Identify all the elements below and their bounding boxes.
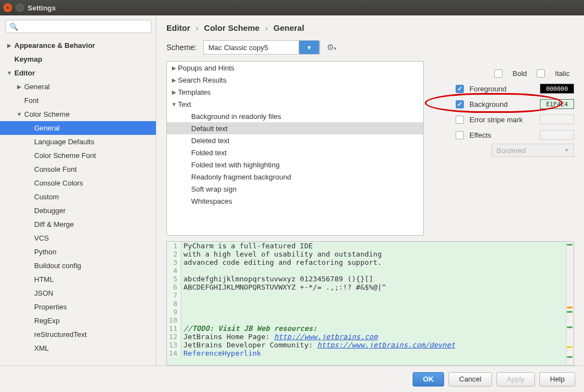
sidebar-item[interactable]: XML — [0, 341, 156, 355]
chevron-down-icon[interactable]: ▼ — [15, 111, 23, 117]
sidebar-item[interactable]: Buildout config — [0, 259, 156, 273]
sidebar-item[interactable]: ▶Appearance & Behavior — [0, 39, 156, 52]
category-item-label: Templates — [178, 88, 210, 96]
italic-checkbox[interactable] — [537, 69, 545, 78]
sidebar-item[interactable]: Color Scheme Font — [0, 149, 156, 162]
effects-color-swatch[interactable] — [540, 130, 574, 140]
sidebar-item[interactable]: Language Defaults — [0, 135, 156, 149]
category-item[interactable]: ▶Search Results — [167, 74, 423, 86]
ok-button[interactable]: OK — [413, 372, 445, 386]
foreground-color-swatch[interactable]: 000000 — [540, 84, 574, 94]
code-text — [181, 308, 188, 316]
background-checkbox[interactable]: ✓ — [456, 100, 464, 108]
sidebar-item[interactable]: JSON — [0, 286, 156, 300]
sidebar-item[interactable]: Custom — [0, 190, 156, 204]
category-item[interactable]: Deleted text — [167, 134, 423, 146]
line-number: 2 — [167, 250, 181, 258]
background-color-swatch[interactable]: E1F4E4 — [540, 99, 574, 109]
code-line: 13JetBrains Developer Community: https:/… — [167, 341, 574, 349]
chevron-right-icon[interactable]: ▶ — [15, 84, 23, 90]
breadcrumb-part[interactable]: Editor — [166, 23, 190, 32]
errorstripe-checkbox[interactable] — [456, 116, 464, 124]
category-item-label: Background in readonly files — [191, 112, 281, 121]
category-item[interactable]: ▶Templates — [167, 86, 423, 98]
code-line: 12JetBrains Home Page: http://www.jetbra… — [167, 333, 574, 341]
code-line: 4 — [167, 266, 574, 275]
bold-checkbox[interactable] — [494, 69, 502, 78]
code-text: ABCDEFGHIJKLMNOPQRSTUVWXYZ +-*/= .,;:!? … — [181, 283, 386, 291]
category-item[interactable]: Folded text — [167, 146, 423, 159]
code-text: abcdefghijklmnopqrstuvwxyz 0123456789 ()… — [181, 275, 373, 283]
line-number: 11 — [167, 324, 181, 333]
chevron-down-icon[interactable]: ▼ — [6, 70, 13, 76]
category-item-label: Readonly fragment background — [191, 173, 291, 181]
sidebar-item[interactable]: ▼Editor — [0, 66, 156, 80]
category-item[interactable]: ▶Popups and Hints — [167, 62, 423, 74]
help-button[interactable]: Help — [539, 372, 575, 386]
code-line: 3advanced code editing and refactoring s… — [167, 258, 574, 266]
sidebar-item[interactable]: reStructuredText — [0, 328, 156, 341]
sidebar-item[interactable]: Keymap — [0, 52, 156, 66]
breadcrumb-part[interactable]: Color Scheme — [204, 23, 259, 32]
gear-icon[interactable]: ⚙▾ — [327, 42, 337, 52]
code-line: 6ABCDEFGHIJKLMNOPQRSTUVWXYZ +-*/= .,;:!?… — [167, 283, 574, 291]
sidebar-item[interactable]: Debugger — [0, 204, 156, 217]
category-item[interactable]: Whitespaces — [167, 195, 423, 207]
sidebar-item[interactable]: Font — [0, 94, 156, 107]
chevron-right-icon[interactable]: ▶ — [6, 42, 13, 48]
chevron-right-icon[interactable]: ▶ — [170, 77, 178, 83]
code-line: 2with a high level of usability and outs… — [167, 250, 574, 258]
category-item-label: Default text — [191, 124, 228, 133]
foreground-checkbox[interactable]: ✓ — [456, 85, 464, 93]
sidebar-item-label: Console Font — [33, 165, 77, 173]
category-tree[interactable]: ▶Popups and Hints▶Search Results▶Templat… — [166, 61, 424, 236]
line-number: 13 — [167, 341, 181, 349]
scheme-label: Scheme: — [166, 43, 197, 52]
minimize-window-icon[interactable]: – — [15, 3, 24, 12]
sidebar-item[interactable]: Console Colors — [0, 176, 156, 190]
sidebar-item[interactable]: Properties — [0, 300, 156, 314]
sidebar-item[interactable]: Python — [0, 245, 156, 259]
chevron-right-icon[interactable]: ▶ — [170, 89, 178, 95]
cancel-button[interactable]: Cancel — [448, 372, 491, 386]
sidebar-item-label: Buildout config — [33, 262, 81, 270]
sidebar-item[interactable]: VCS — [0, 231, 156, 245]
category-item[interactable]: Soft wrap sign — [167, 183, 423, 195]
sidebar-item[interactable]: General — [0, 121, 156, 135]
sidebar-item[interactable]: ▼Color Scheme — [0, 107, 156, 121]
search-input[interactable]: 🔍 — [6, 20, 152, 33]
category-item[interactable]: Default text — [167, 122, 423, 134]
code-text: with a high level of usability and outst… — [181, 250, 382, 258]
sidebar-item-label: XML — [33, 344, 49, 352]
errorstripe-color-swatch[interactable] — [540, 115, 574, 124]
background-label: Background — [469, 100, 534, 108]
category-item[interactable]: Readonly fragment background — [167, 171, 423, 183]
effects-checkbox[interactable] — [456, 131, 464, 139]
sidebar-item[interactable]: HTML — [0, 273, 156, 286]
apply-button: Apply — [496, 372, 536, 386]
window-title: Settings — [28, 4, 56, 12]
search-icon: 🔍 — [9, 23, 18, 31]
line-number: 7 — [167, 291, 181, 300]
category-item[interactable]: ▼Text — [167, 98, 423, 110]
line-number: 1 — [167, 242, 181, 250]
category-item[interactable]: Folded text with highlighting — [167, 159, 423, 171]
code-text: PyCharm is a full-featured IDE — [181, 242, 313, 250]
scheme-select[interactable]: Mac Classic copy5 ▼ — [203, 40, 320, 55]
code-text: advanced code editing and refactoring su… — [181, 258, 382, 266]
sidebar-item[interactable]: Console Font — [0, 162, 156, 176]
line-number: 3 — [167, 258, 181, 266]
sidebar-item[interactable]: Diff & Merge — [0, 217, 156, 231]
error-stripe-margin[interactable] — [566, 242, 574, 365]
close-window-icon[interactable]: ✕ — [3, 3, 12, 12]
chevron-down-icon[interactable]: ▼ — [170, 101, 178, 107]
sidebar-item[interactable]: RegExp — [0, 314, 156, 328]
code-line: 1PyCharm is a full-featured IDE — [167, 242, 574, 250]
line-number: 12 — [167, 333, 181, 341]
chevron-down-icon[interactable]: ▼ — [299, 40, 320, 55]
category-item[interactable]: Background in readonly files — [167, 110, 423, 122]
sidebar-item[interactable]: ▶General — [0, 80, 156, 94]
code-preview[interactable]: 1PyCharm is a full-featured IDE2with a h… — [166, 241, 574, 366]
settings-tree[interactable]: ▶Appearance & BehaviorKeymap▼Editor▶Gene… — [0, 36, 156, 366]
chevron-right-icon[interactable]: ▶ — [170, 65, 178, 71]
